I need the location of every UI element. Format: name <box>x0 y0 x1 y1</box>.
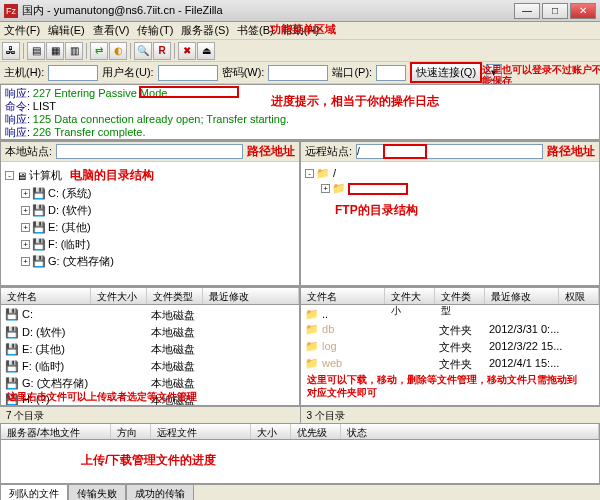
menu-transfer[interactable]: 传输(T) <box>137 23 173 38</box>
refresh-button[interactable]: R <box>153 42 171 60</box>
menu-view[interactable]: 查看(V) <box>93 23 130 38</box>
port-label: 端口(P): <box>332 65 372 80</box>
titlebar: Fz 国内 - yumanutong@ns6.7iit.cn - FileZil… <box>0 0 600 22</box>
remote-footer: 3 个目录 <box>301 406 601 423</box>
local-tree[interactable]: -🖥 计算机 电脑的目录结构 +💾 C: (系统) +💾 D: (软件) +💾 … <box>1 162 299 274</box>
local-tree-pane: 本地站点: 路径地址 -🖥 计算机 电脑的目录结构 +💾 C: (系统) +💾 … <box>0 141 300 286</box>
annot-queue: 上传/下载管理文件的进度 <box>81 452 216 469</box>
maximize-button[interactable]: □ <box>542 3 568 19</box>
user-label: 用户名(U): <box>102 65 153 80</box>
annot-remotefiles: 这里可以下载，移动，删除等文件管理，移动文件只需拖动到对应文件夹即可 <box>307 373 577 399</box>
annot-login: 这里也可以登录不过账户不能保存 <box>482 64 600 86</box>
minimize-button[interactable]: — <box>514 3 540 19</box>
host-label: 主机(H): <box>4 65 44 80</box>
disconnect-button[interactable]: ⏏ <box>197 42 215 60</box>
sitemanager-button[interactable]: 🖧 <box>2 42 20 60</box>
annot-path-r: 路径地址 <box>547 143 595 160</box>
menu-bookmark[interactable]: 书签(B) <box>237 23 274 38</box>
local-path-input[interactable] <box>56 144 243 159</box>
queue-pane[interactable]: 上传/下载管理文件的进度 <box>0 440 600 484</box>
host-input[interactable] <box>48 65 98 81</box>
menu-file[interactable]: 文件(F) <box>4 23 40 38</box>
sync-button[interactable]: ⇄ <box>90 42 108 60</box>
annot-path-l: 路径地址 <box>247 143 295 160</box>
local-footer: 7 个目录 <box>0 406 301 423</box>
quickconnect-button[interactable]: 快速连接(Q) <box>410 62 482 83</box>
user-input[interactable] <box>158 65 218 81</box>
toggle-log-button[interactable]: ▤ <box>27 42 45 60</box>
close-button[interactable]: ✕ <box>570 3 596 19</box>
port-input[interactable] <box>376 65 406 81</box>
search-button[interactable]: 🔍 <box>134 42 152 60</box>
remote-list-pane: 文件名 文件大小 文件类型 最近修改 权限 📁 .. 📁 db文件夹2012/3… <box>300 287 600 406</box>
app-icon: Fz <box>4 4 18 18</box>
remote-path-label: 远程站点: <box>305 144 352 159</box>
annot-menu: 功能菜单区域 <box>270 22 336 37</box>
menu-server[interactable]: 服务器(S) <box>181 23 229 38</box>
menubar: 文件(F) 编辑(E) 查看(V) 传输(T) 服务器(S) 书签(B) 帮助(… <box>0 22 600 40</box>
compare-button[interactable]: ◐ <box>109 42 127 60</box>
queue-tabs: 列队的文件 传输失败 成功的传输 <box>0 484 600 500</box>
quickconnect-bar: 主机(H): 用户名(U): 密码(W): 端口(P): 快速连接(Q) ▾ 这… <box>0 62 600 84</box>
local-path-label: 本地站点: <box>5 144 52 159</box>
annot-log: 进度提示，相当于你的操作日志 <box>271 93 439 110</box>
toggle-queue-button[interactable]: ▥ <box>65 42 83 60</box>
local-list-pane: 文件名 文件大小 文件类型 最近修改 💾 C:本地磁盘 💾 D: (软件)本地磁… <box>0 287 300 406</box>
pass-label: 密码(W): <box>222 65 265 80</box>
menu-edit[interactable]: 编辑(E) <box>48 23 85 38</box>
remote-tree[interactable]: -📁 / +📁 FTP的目录结构 <box>301 162 599 223</box>
toolbar: 🖧 ▤ ▦ ▥ ⇄ ◐ 🔍 R ✖ ⏏ <box>0 40 600 62</box>
window-title: 国内 - yumanutong@ns6.7iit.cn - FileZilla <box>22 3 514 18</box>
remote-tree-pane: 远程站点: 路径地址 -📁 / +📁 FTP的目录结构 <box>300 141 600 286</box>
cancel-button[interactable]: ✖ <box>178 42 196 60</box>
remote-list-header[interactable]: 文件名 文件大小 文件类型 最近修改 权限 <box>301 288 599 305</box>
tab-ok[interactable]: 成功的传输 <box>126 485 194 500</box>
local-list-header[interactable]: 文件名 文件大小 文件类型 最近修改 <box>1 288 299 305</box>
tab-failed[interactable]: 传输失败 <box>68 485 126 500</box>
annot-localfiles: 这里右击文件可以上传或者选定等文件管理 <box>7 391 207 403</box>
queue-header[interactable]: 服务器/本地文件 方向 远程文件 大小 优先级 状态 <box>0 423 600 440</box>
toggle-tree-button[interactable]: ▦ <box>46 42 64 60</box>
pass-input[interactable] <box>268 65 328 81</box>
message-log: 响应: 227 Entering Passive Mode 命令: LIST 响… <box>0 84 600 140</box>
tab-queued[interactable]: 列队的文件 <box>0 485 68 500</box>
